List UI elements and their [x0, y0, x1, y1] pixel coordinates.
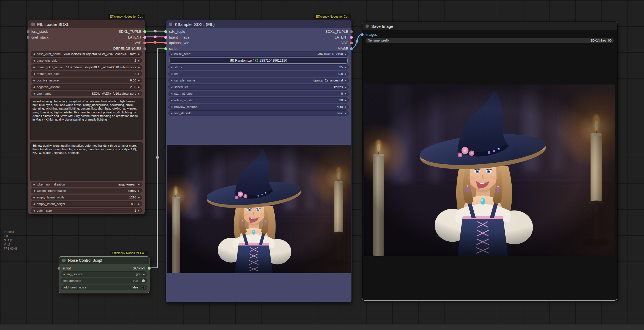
- output-slot-latent[interactable]: LATENT: [335, 34, 353, 40]
- input-slot-script[interactable]: script: [164, 46, 178, 51]
- widget-cfg[interactable]: ◀ cfg 9.0 ▶: [168, 71, 349, 77]
- widget-refine-at-step[interactable]: ◀ refine_at_step 30 ▶: [168, 97, 349, 103]
- next-arrow-icon[interactable]: ▶: [138, 196, 140, 199]
- widget-vae-name[interactable]: ◀ vae_name SDXL_VAEfix_fp16.safetensors …: [31, 91, 142, 96]
- next-arrow-icon[interactable]: ▶: [345, 79, 346, 82]
- link-midpoint-dot[interactable]: [154, 41, 157, 44]
- widget-token-normalization[interactable]: ◀ token_normalization length+mean ▶: [31, 182, 142, 187]
- widget-preview-method[interactable]: ◀ preview_method auto ▶: [168, 104, 349, 110]
- input-slot-latent-image[interactable]: latent_image: [164, 34, 189, 40]
- next-arrow-icon[interactable]: ▶: [345, 53, 346, 55]
- comfyui-node-graph-canvas[interactable]: { "badge_label": "Efficiency Nodes for C…: [0, 0, 644, 330]
- output-slot-latent[interactable]: LATENT: [128, 34, 146, 40]
- prev-arrow-icon[interactable]: ◀: [171, 73, 172, 75]
- link-midpoint-dot[interactable]: [154, 30, 157, 32]
- slot-dot[interactable]: [361, 33, 364, 36]
- prev-arrow-icon[interactable]: ◀: [33, 190, 35, 192]
- randomize-seed-button[interactable]: 🎲 Randomize / ♻️ 238710419612190: [170, 58, 348, 64]
- prev-arrow-icon[interactable]: ◀: [33, 196, 35, 199]
- next-arrow-icon[interactable]: ▶: [138, 59, 140, 62]
- prev-arrow-icon[interactable]: ◀: [63, 273, 65, 276]
- slot-dot[interactable]: [164, 36, 167, 39]
- slot-dot[interactable]: [27, 36, 29, 39]
- link-midpoint-dot[interactable]: [154, 36, 157, 38]
- slot-dot[interactable]: [164, 30, 167, 33]
- link-midpoint-dot[interactable]: [356, 40, 358, 43]
- prev-arrow-icon[interactable]: ◀: [33, 79, 35, 82]
- prev-arrow-icon[interactable]: ◀: [33, 73, 35, 75]
- prev-arrow-icon[interactable]: ◀: [33, 66, 35, 69]
- prev-arrow-icon[interactable]: ◀: [171, 106, 172, 108]
- next-arrow-icon[interactable]: ▶: [138, 190, 140, 192]
- link-midpoint-dot[interactable]: [156, 156, 159, 159]
- next-arrow-icon[interactable]: ▶: [345, 86, 346, 88]
- widget-scheduler[interactable]: ◀ scheduler karras ▶: [168, 84, 349, 90]
- widget-noise-seed[interactable]: ◀ noise_seed 238710419612190 ▶: [168, 51, 349, 57]
- slot-dot[interactable]: [148, 267, 151, 270]
- output-slot-sdxl-tuple[interactable]: SDXL_TUPLE: [325, 29, 353, 34]
- input-slot-cnet-stack[interactable]: cnet_stack: [27, 34, 48, 40]
- prev-arrow-icon[interactable]: ◀: [33, 203, 35, 205]
- next-arrow-icon[interactable]: ▶: [138, 203, 140, 205]
- widget-vae-decode[interactable]: ◀ vae_decode true ▶: [168, 110, 349, 116]
- input-slot-sdxl-tuple[interactable]: sdxl_tuple: [164, 29, 185, 34]
- widget-batch-size[interactable]: ◀ batch_size 1 ▶: [31, 208, 142, 213]
- negative-prompt-textarea[interactable]: 3d, low quality, worst quality, mutation…: [30, 142, 143, 181]
- collapse-box-icon[interactable]: [62, 259, 66, 262]
- next-arrow-icon[interactable]: ▶: [138, 92, 140, 95]
- input-slot-optional-vae[interactable]: optional_vae: [164, 40, 189, 46]
- input-slot-lora-stack[interactable]: lora_stack: [27, 29, 48, 34]
- slot-dot[interactable]: [164, 47, 167, 50]
- node-noise-control-script[interactable]: Noise Control Script script SCRIPT ◀ rng…: [59, 256, 149, 293]
- slot-dot[interactable]: [350, 36, 353, 39]
- prev-arrow-icon[interactable]: ◀: [33, 92, 35, 95]
- prev-arrow-icon[interactable]: ◀: [33, 183, 35, 186]
- toggle-off-dot[interactable]: [142, 286, 145, 289]
- prev-arrow-icon[interactable]: ◀: [33, 86, 35, 88]
- collapse-box-icon[interactable]: [31, 23, 35, 26]
- node-header-drag-handle[interactable]: Eff. Loader SDXL: [28, 20, 145, 28]
- next-arrow-icon[interactable]: ▶: [345, 73, 346, 75]
- next-arrow-icon[interactable]: ▶: [345, 99, 346, 102]
- next-arrow-icon[interactable]: ▶: [345, 66, 346, 69]
- next-arrow-icon[interactable]: ▶: [138, 209, 140, 212]
- widget-empty-latent-width[interactable]: ◀ empty_latent_width 1216 ▶: [31, 195, 142, 200]
- widget-add-seed-noise[interactable]: add_seed_noise false: [61, 285, 147, 290]
- widget-negative-ascore[interactable]: ◀ negative_ascore 2.00 ▶: [31, 84, 142, 90]
- widget-refiner-ckpt-name[interactable]: ◀ refiner_ckpt_name SDXL\dreamshaperXL10…: [31, 64, 142, 70]
- next-arrow-icon[interactable]: ▶: [138, 73, 140, 75]
- widget-refiner-clip-skip[interactable]: ◀ refiner_clip_skip -2 ▶: [31, 71, 142, 77]
- slot-dot[interactable]: [143, 30, 146, 33]
- output-slot-vae[interactable]: VAE: [135, 40, 146, 46]
- slot-dot[interactable]: [143, 42, 146, 44]
- widget-weight-interpretation[interactable]: ◀ weight_interpretation comfy ▶: [31, 188, 142, 193]
- widget-steps[interactable]: ◀ steps 35 ▶: [168, 64, 349, 70]
- next-arrow-icon[interactable]: ▶: [143, 273, 145, 276]
- next-arrow-icon[interactable]: ▶: [345, 112, 346, 114]
- widget-positive-ascore[interactable]: ◀ positive_ascore 6.00 ▶: [31, 78, 142, 83]
- next-arrow-icon[interactable]: ▶: [138, 66, 140, 69]
- node-header-drag-handle[interactable]: Save Image: [362, 22, 617, 30]
- slot-dot[interactable]: [143, 36, 146, 39]
- next-arrow-icon[interactable]: ▶: [138, 53, 140, 55]
- widget-rng-source[interactable]: ◀ rng_source gpu ▶: [61, 271, 147, 277]
- input-slot-images[interactable]: images: [361, 32, 377, 37]
- next-arrow-icon[interactable]: ▶: [138, 79, 140, 82]
- widget-filename-prefix[interactable]: filename_prefix SDXL\hires_00: [365, 38, 614, 43]
- slot-dot[interactable]: [27, 30, 29, 33]
- prev-arrow-icon[interactable]: ◀: [33, 209, 35, 212]
- slot-dot[interactable]: [58, 267, 60, 270]
- node-ksampler-sdxl[interactable]: KSampler SDXL (Eff.) sdxl_tuple latent_i…: [165, 20, 352, 302]
- prev-arrow-icon[interactable]: ◀: [171, 79, 172, 82]
- node-eff-loader-sdxl[interactable]: Eff. Loader SDXL lora_stack cnet_stack S…: [28, 20, 145, 214]
- output-slot-sdxl-tuple[interactable]: SDXL_TUPLE: [119, 29, 146, 34]
- next-arrow-icon[interactable]: ▶: [138, 86, 140, 88]
- widget-base-clip-skip[interactable]: ◀ base_clip_skip -2 ▶: [31, 58, 142, 63]
- slot-dot[interactable]: [350, 47, 353, 50]
- input-slot-script[interactable]: script: [58, 265, 71, 271]
- node-header-drag-handle[interactable]: Noise Control Script: [59, 257, 149, 264]
- slot-dot[interactable]: [350, 42, 353, 44]
- collapse-box-icon[interactable]: [365, 24, 369, 28]
- node-header-drag-handle[interactable]: KSampler SDXL (Eff.): [166, 20, 351, 28]
- node-save-image[interactable]: Save Image images filename_prefix SDXL\h…: [362, 22, 617, 301]
